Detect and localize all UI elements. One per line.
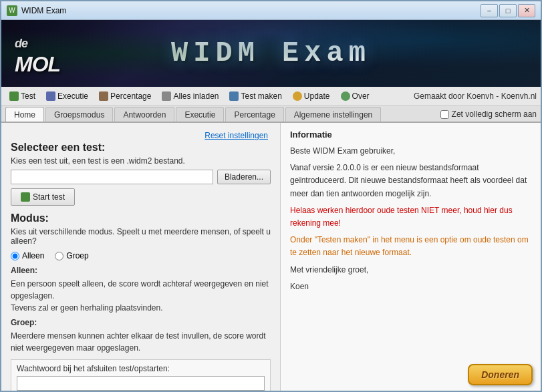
banner-title: WIDM Exam <box>171 37 371 69</box>
start-icon <box>21 192 30 202</box>
radio-groep[interactable] <box>55 252 63 260</box>
tab-bar: Home Groepsmodus Antwoorden Executie Per… <box>1 106 541 123</box>
donate-area: Doneren <box>468 364 533 385</box>
banner-de: de <box>15 37 27 50</box>
radio-alleen-label[interactable]: Alleen <box>11 251 44 260</box>
menu-item-executie[interactable]: Executie <box>42 90 92 102</box>
groep-title: Groep: <box>11 318 37 327</box>
donate-button[interactable]: Doneren <box>468 364 533 385</box>
password-label: Wachtwoord bij het afsluiten test/opstar… <box>17 364 265 373</box>
menu-item-test[interactable]: Test <box>5 90 39 102</box>
tab-groepsmodus[interactable]: Groepsmodus <box>45 107 113 122</box>
info-para2: Helaas werken hierdoor oude testen NIET … <box>290 204 531 230</box>
info-author: Koen <box>290 280 531 293</box>
banner-demol: de MOL <box>15 31 60 77</box>
tab-percentage[interactable]: Percentage <box>225 107 283 122</box>
select-test-title: Selecteer een test: <box>11 142 271 154</box>
alleen-title: Alleen: <box>11 266 37 275</box>
alleen-desc: Een persoon speelt alleen, de score word… <box>11 278 271 314</box>
banner-mol: MOL <box>15 52 60 76</box>
select-test-desc: Kies een test uit, een test is een .widm… <box>11 156 271 166</box>
app-icon: W <box>7 5 17 16</box>
start-test-button[interactable]: Start test <box>11 188 75 206</box>
close-button[interactable]: ✕ <box>518 4 535 17</box>
tab-algemene-instellingen[interactable]: Algemene instellingen <box>285 107 381 122</box>
reset-link[interactable]: Reset instellingen <box>11 130 271 142</box>
modus-radio-row: Alleen Groep <box>11 251 271 260</box>
made-by: Gemaakt door Koenvh - Koenvh.nl <box>414 91 537 101</box>
menu-item-alles-inladen[interactable]: Alles inladen <box>158 90 223 102</box>
exec-icon <box>46 91 55 101</box>
tab-antwoorden[interactable]: Antwoorden <box>114 107 174 122</box>
left-panel: Reset instellingen Selecteer een test: K… <box>1 123 280 392</box>
info-text: Beste WIDM Exam gebruiker, Vanaf versie … <box>290 145 531 293</box>
header-banner: de MOL WIDM Exam <box>1 20 541 87</box>
password-input[interactable] <box>17 376 265 391</box>
tab-executie[interactable]: Executie <box>176 107 224 122</box>
fullscreen-checkbox-label[interactable]: Zet volledig scherm aan <box>440 110 537 119</box>
maximize-button[interactable]: □ <box>499 4 517 17</box>
file-row: Bladeren... <box>11 170 271 184</box>
fullscreen-checkbox[interactable] <box>440 110 449 119</box>
info-para3: Onder "Testen maken" in het menu is een … <box>290 234 531 259</box>
window-controls: − □ ✕ <box>481 4 535 17</box>
modus-section: Modus: Kies uit verschillende modus. Spe… <box>11 212 271 392</box>
groep-desc: Meerdere mensen kunnen achter elkaar de … <box>11 330 271 354</box>
window-title: WIDM Exam <box>21 6 481 15</box>
info-para1: Vanaf versie 2.0.0.0 is er een nieuw bes… <box>290 162 531 200</box>
info-closing: Met vriendelijke groet, <box>290 264 531 276</box>
right-panel: Informatie Beste WIDM Exam gebruiker, Va… <box>280 123 541 392</box>
file-input[interactable] <box>11 170 213 184</box>
about-icon <box>341 91 350 101</box>
browse-button[interactable]: Bladeren... <box>217 170 271 184</box>
load-icon <box>162 91 171 101</box>
minimize-button[interactable]: − <box>481 4 498 17</box>
update-icon <box>293 91 302 101</box>
tab-right-area: Zet volledig scherm aan <box>440 110 537 122</box>
menu-item-update[interactable]: Update <box>289 90 334 102</box>
test-icon <box>9 91 19 101</box>
radio-alleen[interactable] <box>11 252 19 260</box>
menu-bar: Test Executie Percentage Alles inladen T… <box>1 87 541 106</box>
tab-home[interactable]: Home <box>5 107 44 122</box>
modus-desc: Kies uit verschillende modus. Speelt u m… <box>11 227 271 246</box>
menu-item-over[interactable]: Over <box>337 90 374 102</box>
make-icon <box>229 91 239 101</box>
alleen-info: Alleen: Een persoon speelt alleen, de sc… <box>11 264 271 354</box>
modus-title: Modus: <box>11 212 271 224</box>
radio-groep-label[interactable]: Groep <box>55 251 88 260</box>
menu-item-test-maken[interactable]: Test maken <box>225 90 285 102</box>
info-title: Informatie <box>290 130 531 140</box>
pct-icon <box>99 91 108 101</box>
title-bar: W WIDM Exam − □ ✕ <box>1 1 541 20</box>
main-content: Reset instellingen Selecteer een test: K… <box>1 123 541 392</box>
password-section: Wachtwoord bij het afsluiten test/opstar… <box>11 359 271 392</box>
info-greeting: Beste WIDM Exam gebruiker, <box>290 145 531 158</box>
menu-item-percentage[interactable]: Percentage <box>95 90 155 102</box>
